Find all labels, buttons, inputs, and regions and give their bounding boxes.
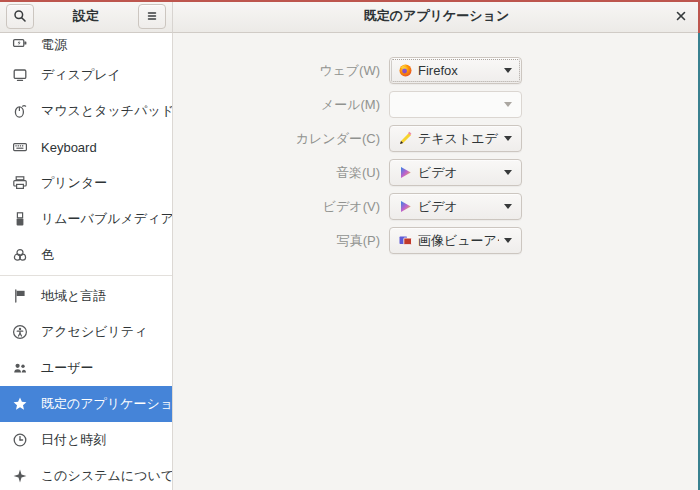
calendar-app-value: テキストエディター <box>418 130 499 148</box>
sparkle-icon <box>12 468 28 484</box>
clock-icon <box>12 432 28 448</box>
mouse-icon <box>12 103 28 119</box>
search-icon <box>12 8 28 24</box>
firefox-icon <box>398 63 413 78</box>
sidebar-item-date-time[interactable]: 日付と時刻 <box>0 422 172 458</box>
default-apps-panel: ウェブ(W) Firefox メール(M) <box>173 33 700 490</box>
chevron-down-icon <box>504 170 512 175</box>
header-bar: 設定 既定のアプリケーション <box>0 0 700 33</box>
default-apps-form: ウェブ(W) Firefox メール(M) <box>173 33 700 254</box>
image-viewer-icon <box>398 233 413 248</box>
text-editor-icon <box>398 131 413 146</box>
sidebar-item-removable-media[interactable]: リムーバブルメディア <box>0 201 172 237</box>
menu-button[interactable] <box>138 4 166 29</box>
accessibility-icon <box>12 324 28 340</box>
header-right: 既定のアプリケーション <box>173 0 700 33</box>
star-icon <box>12 396 28 412</box>
chevron-down-icon <box>504 102 512 107</box>
hamburger-menu-icon <box>144 8 160 24</box>
desktop-background-edge-top <box>0 0 700 2</box>
removable-media-icon <box>12 211 28 227</box>
settings-window: 設定 既定のアプリケーション 電源 <box>0 0 700 490</box>
sidebar-item-label: マウスとタッチパッド <box>41 102 172 120</box>
display-icon <box>12 67 28 83</box>
form-row-music: 音楽(U) ビデオ <box>173 159 700 186</box>
keyboard-icon <box>12 139 28 155</box>
video-app-dropdown[interactable]: ビデオ <box>389 193 522 220</box>
close-icon <box>673 8 689 24</box>
sidebar-item-about[interactable]: このシステムについて <box>0 458 172 490</box>
chevron-down-icon <box>504 238 512 243</box>
chevron-down-icon <box>504 68 512 73</box>
video-app-value: ビデオ <box>418 198 458 216</box>
sidebar-item-label: アクセシビリティ <box>41 323 147 341</box>
sidebar-item-label: このシステムについて <box>41 467 172 485</box>
power-icon <box>12 37 28 53</box>
sidebar-item-keyboard[interactable]: Keyboard <box>0 129 172 165</box>
sidebar-item-label: ユーザー <box>41 359 94 377</box>
sidebar-separator <box>0 275 172 276</box>
photos-label: 写真(P) <box>173 232 389 250</box>
printer-icon <box>12 175 28 191</box>
videos-icon <box>398 165 413 180</box>
videos-icon <box>398 199 413 214</box>
sidebar-item-color[interactable]: 色 <box>0 237 172 273</box>
mail-app-dropdown <box>389 91 522 118</box>
sidebar-item-label: ディスプレイ <box>41 66 121 84</box>
sidebar-item-label: リムーバブルメディア <box>41 210 172 228</box>
chevron-down-icon <box>504 204 512 209</box>
sidebar-item-display[interactable]: ディスプレイ <box>0 57 172 93</box>
music-label: 音楽(U) <box>173 164 389 182</box>
flag-icon <box>12 288 28 304</box>
sidebar-item-label: Keyboard <box>41 140 97 155</box>
sidebar: 電源 ディスプレイ マウスとタッチパッド Keyboard <box>0 33 173 490</box>
form-row-video: ビデオ(V) ビデオ <box>173 193 700 220</box>
web-app-dropdown[interactable]: Firefox <box>389 57 522 84</box>
sidebar-item-region-language[interactable]: 地域と言語 <box>0 278 172 314</box>
sidebar-item-power[interactable]: 電源 <box>0 33 172 57</box>
sidebar-item-label: 日付と時刻 <box>41 431 106 449</box>
photos-app-dropdown[interactable]: 画像ビューアー <box>389 227 522 254</box>
close-button[interactable] <box>670 5 692 27</box>
search-button[interactable] <box>6 4 34 29</box>
photos-app-value: 画像ビューアー <box>418 232 499 250</box>
panel-title: 既定のアプリケーション <box>364 7 509 25</box>
sidebar-item-label: 既定のアプリケーション <box>41 395 172 413</box>
sidebar-item-printers[interactable]: プリンター <box>0 165 172 201</box>
form-row-calendar: カレンダー(C) テキストエディター <box>173 125 700 152</box>
color-icon <box>12 247 28 263</box>
sidebar-item-label: プリンター <box>41 174 107 192</box>
web-label: ウェブ(W) <box>173 62 389 80</box>
window-title: 設定 <box>73 7 99 25</box>
calendar-app-dropdown[interactable]: テキストエディター <box>389 125 522 152</box>
sidebar-item-mouse[interactable]: マウスとタッチパッド <box>0 93 172 129</box>
music-app-dropdown[interactable]: ビデオ <box>389 159 522 186</box>
sidebar-item-label: 地域と言語 <box>41 287 106 305</box>
form-row-photos: 写真(P) 画像ビューアー <box>173 227 700 254</box>
form-row-web: ウェブ(W) Firefox <box>173 57 700 84</box>
sidebar-item-users[interactable]: ユーザー <box>0 350 172 386</box>
web-app-value: Firefox <box>418 63 458 78</box>
sidebar-item-label: 色 <box>41 246 54 264</box>
window-body: 電源 ディスプレイ マウスとタッチパッド Keyboard <box>0 33 700 490</box>
form-row-mail: メール(M) <box>173 91 700 118</box>
sidebar-item-accessibility[interactable]: アクセシビリティ <box>0 314 172 350</box>
sidebar-item-label: 電源 <box>41 36 67 54</box>
calendar-label: カレンダー(C) <box>173 130 389 148</box>
music-app-value: ビデオ <box>418 164 458 182</box>
chevron-down-icon <box>504 136 512 141</box>
mail-label: メール(M) <box>173 96 389 114</box>
video-label: ビデオ(V) <box>173 198 389 216</box>
header-left: 設定 <box>0 0 173 33</box>
users-icon <box>12 360 28 376</box>
sidebar-item-default-applications[interactable]: 既定のアプリケーション <box>0 386 172 422</box>
